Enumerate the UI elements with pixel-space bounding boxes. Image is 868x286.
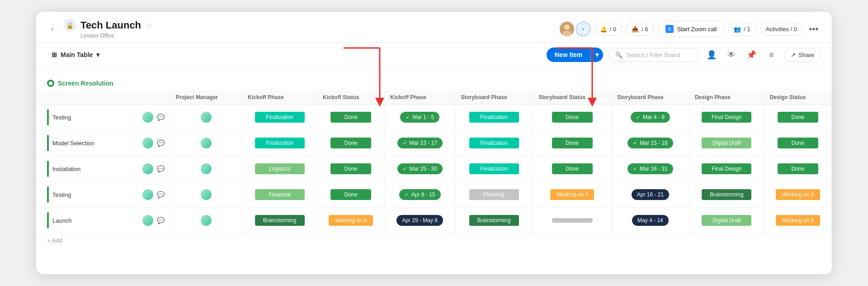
kickoff-date-cell[interactable]: ✓ Mar 25 - 30 [385,156,455,182]
design-status-cell[interactable]: Done [764,156,831,182]
kickoff-date-cell[interactable]: ✓ Mar 1 - 5 [385,105,455,130]
storyboard-status-cell[interactable]: Done [533,156,612,182]
zoom-call-button[interactable]: Z Start Zoom call [658,21,724,37]
col-header-design-status: Design Status [764,91,831,105]
row-name: Model Selection [52,140,139,147]
kickoff-phase-cell[interactable]: Financial [242,182,317,208]
status-badge: Done [552,138,593,148]
storyboard-phase-cell[interactable]: Brainstorming [455,208,533,234]
storyboard-status-cell[interactable]: Working on it [533,182,612,208]
storyboard-phase-cell[interactable]: Finalization [455,130,533,156]
design-phase-cell[interactable]: Final Design [689,105,764,130]
kickoff-date-cell[interactable]: Apr 29 - May 8 [385,208,455,234]
pm-avatar [201,189,212,200]
table-row: Launch 💬 BrainstormingWorking on it Apr … [36,208,832,234]
kickoff-status-cell[interactable]: Done [317,105,385,130]
pm-avatar [201,112,212,123]
kickoff-status-cell[interactable]: Done [317,182,385,208]
visibility-button[interactable]: 👁 [724,48,739,62]
kickoff-status-cell[interactable]: Done [317,156,385,182]
kickoff-date-cell[interactable]: ✓ Apr 8 - 15 [385,182,455,208]
star-icon[interactable]: ☆ [146,20,153,30]
row-name-cell[interactable]: Testing 💬 [36,105,170,130]
comment-icon[interactable]: 💬 [157,217,165,224]
search-icon: 🔍 [615,52,623,58]
kickoff-phase-cell[interactable]: Brainstorming [242,208,317,234]
comment-icon[interactable]: 💬 [157,165,165,172]
phase-badge: Logistics [255,163,305,174]
kickoff-phase-cell[interactable]: Finalization [242,105,317,130]
share-button[interactable]: ↗ Share [784,48,821,62]
storyboard-phase-cell[interactable]: Planning [455,182,533,208]
new-item-label: New Item [547,48,590,62]
storyboard-status-cell[interactable]: Done [533,130,612,156]
col-header-storyboard-status: Storyboard Status [533,91,612,105]
more-options-button[interactable]: ••• [807,22,821,36]
date-badge: Apr 16 - 21 [632,189,669,200]
zoom-label: Start Zoom call [677,26,717,33]
notifications-pill-1[interactable]: 🔔 / 0 [594,23,622,36]
person-filter-button[interactable]: 👤 [704,48,719,62]
comment-icon[interactable]: 💬 [157,114,165,121]
avatar-add[interactable]: + [576,22,590,36]
storyboard-date-cell[interactable]: May 4 - 14 [611,208,689,234]
comment-icon[interactable]: 💬 [157,139,165,147]
kickoff-phase-cell[interactable]: Logistics [242,156,317,182]
storyboard-phase-cell[interactable]: Finalization [455,156,533,182]
storyboard-date-cell[interactable]: ✓ Mar 4 - 9 [611,105,689,130]
group-indicator [47,80,54,87]
design-phase-cell[interactable]: Final Design [689,156,764,182]
filter-button[interactable]: ≡ [764,48,778,62]
search-box[interactable]: 🔍 Search / Filter Board [609,48,699,62]
design-phase-cell[interactable]: Digital Draft [689,208,764,234]
activities-pill[interactable]: Activities / 0 [760,23,803,36]
notifications-count-2: / 6 [642,26,648,33]
collapse-button[interactable]: ‹ [47,24,58,34]
notifications-pill-2[interactable]: 📥 / 6 [626,23,654,36]
activities-label: Activities / 0 [766,26,797,33]
phase-badge: Finalization [255,138,305,148]
storyboard-status-cell[interactable]: Done [533,105,612,130]
storyboard-phase-cell[interactable]: Finalization [455,105,533,130]
design-phase-cell[interactable]: Brainstorming [689,182,764,208]
row-name: Launch [52,217,139,224]
zoom-icon: Z [665,25,674,33]
toolbar: ⊞ Main Table ▾ New Item ▾ 🔍 Search / Fil… [36,43,832,67]
storyboard-status-cell[interactable] [533,208,612,234]
table-row: Testing 💬 FinancialDone✓ Apr 8 - 15Plann… [36,182,832,208]
row-name-cell[interactable]: Testing 💬 [36,182,170,208]
col-header-storyboard-phase-1: Storyboard Phase [455,91,533,105]
status-badge: Done [552,163,593,174]
phase-badge: Finalization [469,163,519,174]
row-avatar [142,215,153,226]
pin-button[interactable]: 📌 [744,48,759,62]
row-name-cell[interactable]: Installation 💬 [36,156,170,182]
table-row: Installation 💬 LogisticsDone✓ Mar 25 - 3… [36,156,832,182]
kickoff-status-cell[interactable]: Done [317,130,385,156]
lock-icon: 🔒 [63,19,76,32]
kickoff-phase-cell[interactable]: Finalization [242,130,317,156]
design-status-cell[interactable]: Done [764,105,831,130]
add-row-button[interactable]: + Add [36,234,832,248]
row-name-cell[interactable]: Model Selection 💬 [36,130,170,156]
status-badge: Done [330,189,371,200]
kickoff-date-cell[interactable]: ✓ Mar 13 - 17 [385,130,455,156]
design-status-cell[interactable]: Done [764,130,831,156]
design-phase-cell[interactable]: Digital Draft [689,130,764,156]
col-header-kickoff-status: Kickoff Status [317,91,385,105]
row-color-bar [47,212,49,229]
new-item-button[interactable]: New Item ▾ [547,48,603,62]
storyboard-date-cell[interactable]: ✓ Mar 26 - 31 [611,156,689,182]
storyboard-date-cell[interactable]: ✓ Mar 15 - 18 [611,130,689,156]
design-status-cell[interactable]: Working on it [764,208,831,234]
table-row: Testing 💬 FinalizationDone✓ Mar 1 - 5Fin… [36,105,832,130]
col-header-kickoff-phase-1: Kickoff Phase [242,91,317,105]
kickoff-status-cell[interactable]: Working on it [317,208,385,234]
storyboard-date-cell[interactable]: Apr 16 - 21 [611,182,689,208]
row-name-cell[interactable]: Launch 💬 [36,208,170,234]
design-status-cell[interactable]: Working on it [764,182,831,208]
table-selector[interactable]: ⊞ Main Table ▾ [47,48,104,61]
status-badge: Done [778,112,818,123]
guests-pill[interactable]: 👥 / 1 [728,23,756,36]
comment-icon[interactable]: 💬 [157,191,165,198]
